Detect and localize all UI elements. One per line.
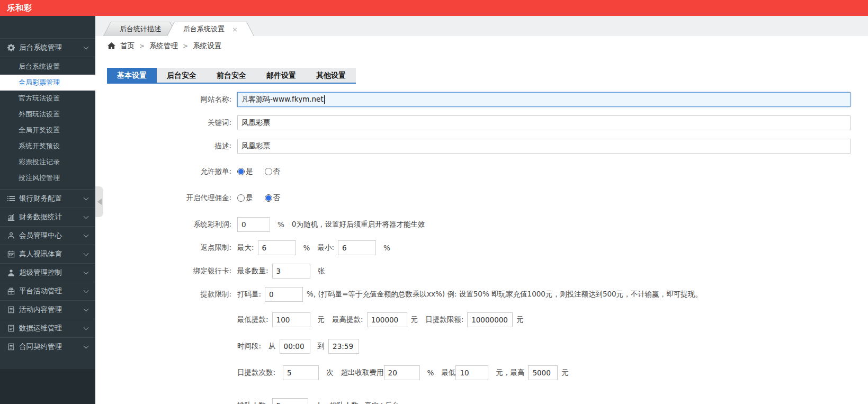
sidebar-section-system[interactable]: 后台系统管理 <box>0 38 95 57</box>
sidebar-item-draw-preset[interactable]: 系统开奖预设 <box>0 138 95 154</box>
sidebar-item-official-play[interactable]: 官方玩法设置 <box>0 91 95 106</box>
tab-mail-settings[interactable]: 邮件设置 <box>256 68 306 83</box>
tab-backend-stats[interactable]: 后台统计描述 <box>103 22 177 36</box>
agent-commission-yes-radio[interactable] <box>237 194 245 202</box>
tab-frontend-security[interactable]: 前台安全 <box>207 68 256 83</box>
close-icon[interactable]: × <box>232 25 238 33</box>
admin-icon <box>7 269 15 276</box>
tab-label: 后台系统设置 <box>183 24 225 34</box>
sidebar-section-bank[interactable]: 银行财务配置 <box>0 189 95 208</box>
unit-text: 次 <box>326 368 334 378</box>
percent-suffix: % <box>383 244 390 252</box>
chevron-down-icon <box>84 213 89 219</box>
gift-icon <box>7 288 15 295</box>
sidebar-section-finance-stats[interactable]: 财务数据统计 <box>0 208 95 226</box>
basic-settings-form: 网站名称: 凡客源码-www.fkym.net 关键词: 描述: <box>107 92 868 404</box>
site-name-input[interactable]: 凡客源码-www.fkym.net <box>237 92 851 107</box>
tab-backend-security[interactable]: 后台安全 <box>157 68 207 83</box>
time-to-input[interactable] <box>328 339 359 354</box>
system-profit-row: 系统彩利润: % 0为随机，设置好后须重启开将器才能生效 <box>107 217 868 232</box>
max-withdraw-input[interactable] <box>367 312 407 327</box>
tab-backend-system-settings[interactable]: 后台系统设置 × <box>167 22 254 36</box>
allow-cancel-no-radio[interactable] <box>265 168 272 175</box>
sidebar-section-label: 合同契约管理 <box>19 342 80 352</box>
sidebar: 后台系统管理 后台系统设置 全局彩票管理 官方玩法设置 外围玩法设置 全局开奖设… <box>0 16 95 404</box>
agent-commission-row: 开启代理佣金: 是 否 <box>107 191 868 205</box>
chevron-down-icon <box>84 232 89 237</box>
sidebar-item-global-draw[interactable]: 全局开奖设置 <box>0 122 95 138</box>
fee-input[interactable] <box>384 365 420 380</box>
rebate-max-input[interactable] <box>258 240 296 255</box>
daily-limit-input[interactable] <box>467 312 513 327</box>
main-area: 后台统计描述 后台系统设置 × 首页 > 系统管理 > 系统设置 基本设置 后台… <box>95 16 868 404</box>
fee-max-input[interactable] <box>528 365 558 380</box>
rebate-min-input[interactable] <box>338 240 376 255</box>
breadcrumb-separator: > <box>183 42 188 50</box>
site-name-label: 网站名称: <box>107 95 237 104</box>
system-profit-input[interactable] <box>237 217 270 232</box>
breadcrumb: 首页 > 系统管理 > 系统设置 <box>95 36 868 56</box>
sidebar-section-label: 财务数据统计 <box>19 212 80 222</box>
fee-mid-text: 元，最高 <box>496 368 524 378</box>
sidebar-item-risk-control[interactable]: 投注风控管理 <box>0 170 95 186</box>
sidebar-section-live-sports[interactable]: 真人视讯体育 <box>0 245 95 263</box>
sidebar-submenu: 后台系统设置 全局彩票管理 官方玩法设置 外围玩法设置 全局开奖设置 系统开奖预… <box>0 57 95 189</box>
sidebar-section-members[interactable]: 会员管理中心 <box>0 226 95 245</box>
breadcrumb-home[interactable]: 首页 <box>120 41 135 51</box>
chevron-left-icon <box>97 199 102 205</box>
description-input[interactable] <box>237 139 851 154</box>
chevron-down-icon <box>84 195 89 200</box>
queue-row: 排队人数: 人 排队人数=真实+后台 <box>107 398 868 404</box>
sidebar-item-bet-records[interactable]: 彩票投注记录 <box>0 154 95 170</box>
home-icon[interactable] <box>108 42 115 49</box>
settings-content: 基本设置 后台安全 前台安全 邮件设置 其他设置 网站名称: 凡客源码-www.… <box>95 56 868 404</box>
sidebar-collapse-handle[interactable] <box>95 186 103 217</box>
unit-text: 人 <box>316 401 323 404</box>
chevron-down-icon <box>84 343 89 348</box>
site-name-value: 凡客源码-www.fkym.net <box>241 95 324 104</box>
tab-other-settings[interactable]: 其他设置 <box>306 68 356 83</box>
sidebar-item-outer-play[interactable]: 外围玩法设置 <box>0 106 95 122</box>
sidebar-section-data-ops[interactable]: 数据运维管理 <box>0 319 95 337</box>
sidebar-item-global-lottery[interactable]: 全局彩票管理 <box>0 75 95 91</box>
sidebar-section-super-admin[interactable]: 超级管理控制 <box>0 263 95 282</box>
sidebar-section-activity-content[interactable]: 活动内容管理 <box>0 300 95 319</box>
breadcrumb-system-mgmt[interactable]: 系统管理 <box>149 41 178 51</box>
member-icon <box>7 232 15 239</box>
time-range-label: 时间段: <box>237 342 261 351</box>
queue-input[interactable] <box>272 398 308 404</box>
fee-min-input[interactable] <box>455 365 488 380</box>
unit-text: 元 <box>318 315 325 325</box>
fee-min-label: 最低 <box>441 368 455 378</box>
rebate-limit-label: 返点限制: <box>107 243 237 253</box>
radio-label: 是 <box>246 167 253 176</box>
sidebar-section-label: 活动内容管理 <box>19 305 80 315</box>
queue-label: 排队人数: <box>237 401 269 404</box>
system-profit-note: 0为随机，设置好后须重启开将器才能生效 <box>292 220 425 229</box>
fee-label: 超出收取费用 <box>341 368 384 378</box>
sidebar-spacer <box>0 16 95 38</box>
window-tab-bar: 后台统计描述 后台系统设置 × <box>95 16 868 36</box>
max-withdraw-label: 最高提款: <box>332 315 363 325</box>
sidebar-section-contracts[interactable]: 合同契约管理 <box>0 337 95 356</box>
time-range-row: 时间段: 从 到 <box>107 339 868 354</box>
keywords-row: 关键词: <box>107 115 868 130</box>
bank-card-qty-input[interactable] <box>272 264 310 279</box>
document-icon <box>7 306 15 313</box>
sidebar-section-platform-activity[interactable]: 平台活动管理 <box>0 282 95 300</box>
withdraw-limit-row: 提款限制: 打码量: %, (打码量=等于充值金额的总数乘以xx%) 例: 设置… <box>107 287 868 302</box>
min-withdraw-input[interactable] <box>272 312 310 327</box>
time-from-input[interactable] <box>280 339 310 354</box>
daily-times-input[interactable] <box>283 365 319 380</box>
chevron-down-icon <box>84 44 89 49</box>
turnover-input[interactable] <box>265 287 303 302</box>
tab-basic-settings[interactable]: 基本设置 <box>107 68 157 83</box>
sidebar-section-label: 超级管理控制 <box>19 268 80 277</box>
rebate-min-label: 最小: <box>317 243 334 253</box>
sidebar-item-backend-settings[interactable]: 后台系统设置 <box>0 59 95 75</box>
agent-commission-no-radio[interactable] <box>265 194 272 202</box>
app-logo: 乐和彩 <box>7 3 32 13</box>
keywords-input[interactable] <box>237 115 851 130</box>
bank-card-qty-label: 最多数量: <box>237 266 269 276</box>
allow-cancel-yes-radio[interactable] <box>237 168 245 175</box>
